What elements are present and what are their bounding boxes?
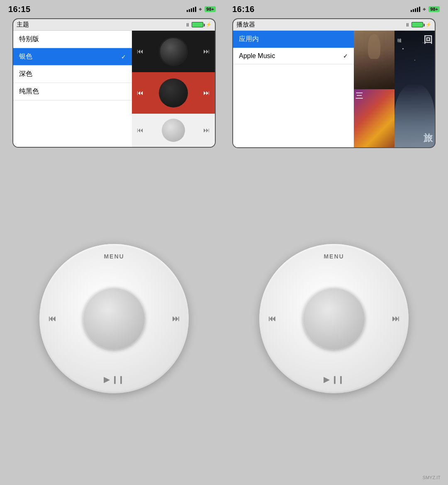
theme-menu-list: 特别版 银色 ✓ 深色 纯黑色 [13,31,132,147]
theme-red-preview: ⏮ ⏭ [132,72,215,114]
source-item-apple-music[interactable]: Apple Music ✓ [233,48,354,64]
source-item-inapp[interactable]: 应用内 [233,31,354,48]
left-screen-title: 主题 [17,21,29,29]
right-next-btn[interactable]: ⏭ [392,314,399,323]
right-titlebar-controls: ⏸ ⚡ [405,22,431,28]
menu-item-dark[interactable]: 深色 [13,66,132,83]
checkmark-silver: ✓ [121,54,126,60]
themes-preview: ⏮ ⏭ ⏮ ⏭ ⏮ ⏭ [132,31,215,147]
right-screen-content: 应用内 Apple Music ✓ [233,31,435,147]
left-battery: 98+ [205,6,216,12]
dark-next-btn: ⏭ [203,48,210,55]
album-art-grid: 回 旅 哺拉 三 [354,31,435,147]
right-status-icons: ⌖ 98+ [411,6,440,13]
right-menu-btn[interactable]: MENU [324,253,344,260]
watermark: SMYZ.IT [423,475,441,480]
battery-bar-left [192,22,203,27]
right-status-bar: 16:16 ⌖ 98+ [224,0,448,18]
left-menu-btn[interactable]: MENU [104,253,124,260]
left-time: 16:15 [8,5,31,14]
left-wheel-center[interactable] [83,288,145,350]
left-prev-btn[interactable]: ⏮ [49,314,56,323]
pause-icon: ⏸ [185,22,190,28]
left-status-icons: ⌖ 98+ [187,6,216,13]
lightning-icon-right: ⚡ [426,22,431,27]
white-knob [162,119,185,142]
right-prev-btn[interactable]: ⏮ [268,314,276,323]
red-knob [159,78,188,107]
right-ipod-screen: 播放器 ⏸ ⚡ 应用内 Apple Music ✓ [232,18,436,148]
lightning-icon-left: ⚡ [206,22,212,27]
left-status-bar: 16:15 ⌖ 98+ [0,0,224,18]
white-next-btn: ⏭ [203,127,210,134]
red-next-btn: ⏭ [203,89,210,97]
art-cell-2: 回 旅 哺拉 [394,31,435,147]
art-cell-1 [354,31,394,89]
left-next-btn[interactable]: ⏭ [172,314,180,323]
left-wifi-icon: ⌖ [199,6,202,13]
source-menu: 应用内 Apple Music ✓ [233,31,354,147]
album-art-panel: 回 旅 哺拉 三 [354,31,435,147]
right-ipod-panel: 播放器 ⏸ ⚡ 应用内 Apple Music ✓ [224,18,444,481]
right-signal-icon [411,7,420,12]
white-prev-btn: ⏮ [137,127,144,134]
battery-bar-right [411,22,423,27]
left-titlebar: 主题 ⏸ ⚡ [13,19,215,31]
right-time: 16:16 [232,5,255,14]
right-titlebar: 播放器 ⏸ ⚡ [233,19,435,31]
pause-icon-right: ⏸ [405,22,410,28]
right-battery: 98+ [429,6,440,12]
right-playpause-btn[interactable]: ▶ ❙❙ [324,375,344,384]
menu-item-black[interactable]: 纯黑色 [13,83,132,100]
art-text-san: 三 [355,91,363,101]
red-prev-btn: ⏮ [137,89,144,97]
left-scroll-wheel-container: MENU ⏮ ⏭ ▶ ❙❙ [12,156,216,481]
left-scroll-wheel[interactable]: MENU ⏮ ⏭ ▶ ❙❙ [39,244,189,393]
menu-item-silver[interactable]: 银色 ✓ [13,48,132,66]
menu-item-special[interactable]: 特别版 [13,31,132,48]
dark-prev-btn: ⏮ [137,48,144,55]
main-content: 主题 ⏸ ⚡ 特别版 银色 ✓ [0,18,448,485]
right-screen-title: 播放器 [236,21,255,29]
dark-knob [159,37,188,66]
left-titlebar-controls: ⏸ ⚡ [185,22,212,28]
right-scroll-wheel[interactable]: MENU ⏮ ⏭ ▶ ❙❙ [259,244,409,393]
art-cell-3: 三 [354,89,394,148]
checkmark-apple-music: ✓ [343,53,348,59]
left-screen-content: 特别版 银色 ✓ 深色 纯黑色 [13,31,215,147]
theme-dark-preview: ⏮ ⏭ [132,31,215,72]
left-signal-icon [187,7,196,12]
right-wifi-icon: ⌖ [423,6,426,13]
right-scroll-wheel-container: MENU ⏮ ⏭ ▶ ❙❙ [232,156,436,481]
theme-white-preview: ⏮ ⏭ [132,114,215,147]
left-playpause-btn[interactable]: ▶ ❙❙ [104,375,124,384]
art-text-hui: 回 [424,35,433,45]
source-menu-empty [233,64,354,147]
right-wheel-center[interactable] [303,288,365,350]
status-bar-row: 16:15 ⌖ 98+ 16:16 ⌖ 98+ [0,0,448,18]
left-ipod-screen: 主题 ⏸ ⚡ 特别版 银色 ✓ [12,18,216,148]
left-ipod-panel: 主题 ⏸ ⚡ 特别版 银色 ✓ [4,18,224,481]
